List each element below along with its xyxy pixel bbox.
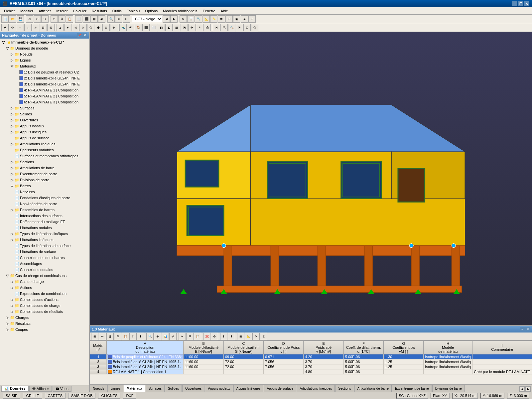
tree-nervures[interactable]: ▷ 📄 Nervures (1, 189, 88, 195)
toolbar2-btn-aa[interactable]: ⁂ (203, 24, 211, 31)
toolbar2-btn-j[interactable]: ◁ (72, 24, 79, 31)
tree-excentrement[interactable]: ▷ 📁 Excentrement de barre (1, 171, 88, 177)
toolbar-btn-a[interactable]: ⬜ (75, 15, 82, 23)
minimize-button[interactable]: − (512, 1, 517, 6)
cell-row4-b[interactable] (184, 369, 223, 374)
tree-donnees-modele[interactable]: ▽ 📁 Données de modèle (1, 45, 88, 51)
dt-btn11[interactable]: ⇌ (169, 333, 177, 340)
tree-surfaces[interactable]: ▷ 📁 Surfaces (1, 105, 88, 111)
tree-appuis-surface[interactable]: ▷ 📁 Appuis de surface (1, 135, 88, 141)
toolbar2-btn-bb[interactable]: ⚒ (213, 24, 220, 31)
toolbar2-btn-s[interactable]: ⬛ (142, 24, 150, 31)
cell-row4-f[interactable]: 5.00E-06 (343, 369, 383, 374)
status-saisie[interactable]: SAISIE (3, 393, 20, 399)
menu-aide[interactable]: Aide (218, 8, 231, 14)
resultats-expand-icon[interactable]: ▷ (5, 322, 9, 326)
toolbar2-btn-g[interactable]: ⊠ (47, 24, 55, 31)
div-barre-expand-icon[interactable]: ▷ (10, 178, 14, 182)
tree-solides[interactable]: ▷ 📁 Solides (1, 111, 88, 117)
tree-types-lib-lin[interactable]: ▷ 📁 Types de libérations linéiques (1, 231, 88, 237)
toolbar2-btn-y[interactable]: ✛ (188, 24, 196, 31)
viewport[interactable] (90, 32, 532, 325)
cell-row2-b[interactable]: 1160.00 (184, 359, 223, 364)
tree-appuis-nodaux[interactable]: ▷ 📁 Appuis nodaux (1, 123, 88, 129)
table-row-1[interactable]: 1 Bois de peuplier et résineux C24 | EN … (90, 354, 532, 359)
dt-btn4[interactable]: ⧉ (114, 333, 121, 340)
toolbar-new[interactable]: 📄 (1, 15, 9, 23)
tab-appuis-nodaux[interactable]: Appuis nodaux (205, 385, 233, 392)
toolbar2-btn-z[interactable]: ⌖ (196, 24, 203, 31)
close-button[interactable]: ✕ (524, 1, 529, 6)
toolbar2-btn-p[interactable]: 🔦 (119, 24, 127, 31)
dt-btn20[interactable]: 📐 (245, 333, 252, 340)
tree-expr-comb[interactable]: ▷ 📄 Expressions de combinaison (1, 291, 88, 297)
cell-row1-g[interactable]: 1.30 (384, 354, 424, 359)
cell-row3-h[interactable]: Isotrope linéairement élastiq (424, 364, 472, 369)
menu-afficher[interactable]: Afficher (36, 8, 54, 14)
toolbar-save[interactable]: 💾 (17, 15, 24, 23)
toolbar-btn-d[interactable]: ◉ (98, 15, 105, 23)
cell-row1-c[interactable]: 69.00 (223, 354, 263, 359)
menu-calculer[interactable]: Calculer (70, 8, 89, 14)
noeuds-expand-icon[interactable]: ▷ (10, 52, 14, 56)
tab-articulations-barre[interactable]: Articulations de barre (354, 385, 392, 392)
toolbar-btn-q[interactable]: ⊡ (248, 15, 256, 23)
tree-comb-resultats[interactable]: ▷ 📁 Combinaisons de résultats (1, 309, 88, 315)
ouvertures-expand-icon[interactable]: ▷ (10, 118, 14, 122)
status-cartes[interactable]: CARTES (45, 393, 66, 399)
tree-container[interactable]: ▽ 🖥 Immeuble-de-bureaux-en-CLT* ▽ 📁 Donn… (0, 39, 89, 385)
panel-close-icon[interactable]: ✕ (82, 33, 87, 38)
dt-btn3[interactable]: 🗑 (106, 333, 114, 340)
toolbar-btn-i[interactable]: 📊 (187, 15, 195, 23)
tab-ouvertures[interactable]: Ouvertures (182, 385, 204, 392)
panel-pin-icon[interactable]: 📌 (77, 33, 82, 38)
status-saisie-ob[interactable]: SAISIE D'OB (68, 393, 95, 399)
menu-modules[interactable]: Modules additionnels (160, 8, 200, 14)
tree-non-lin[interactable]: ▷ 📄 Non-linéarités de barre (1, 201, 88, 207)
tab-excentrement-barre[interactable]: Excentrement de barre (392, 385, 432, 392)
tree-types-lib-surf[interactable]: ▷ 📄 Types de libérations de surface (1, 243, 88, 249)
toolbar-btn-b[interactable]: ⬛ (83, 15, 90, 23)
tree-ensembles[interactable]: ▷ 📁 Ensembles de barres (1, 207, 88, 213)
toolbar2-btn-gg[interactable]: ⬡ (251, 24, 258, 31)
panel-tab-vues[interactable]: 🏔 Vues (53, 386, 71, 392)
toolbar2-btn-u[interactable]: ◧ (158, 24, 165, 31)
tree-charges[interactable]: ▷ 📁 Charges (1, 315, 88, 321)
cell-row4-e[interactable]: 4.80 (304, 369, 343, 374)
tree-artic-barre[interactable]: ▷ 📁 Articulations de barre (1, 165, 88, 171)
data-panel-close[interactable]: ✕ (525, 327, 530, 332)
appuis-lin-expand-icon[interactable]: ▷ (10, 130, 14, 134)
toolbar-btn-f[interactable]: ⊕ (115, 15, 122, 23)
dt-btn22[interactable]: Σ (260, 333, 267, 340)
panel-tab-donnees[interactable]: 📊 Données (1, 386, 29, 392)
menu-inserer[interactable]: Insérer (54, 8, 70, 14)
title-controls[interactable]: − ❐ ✕ (512, 1, 529, 6)
dt-btn13[interactable]: ⧉ (186, 333, 194, 340)
toolbar-btn-l[interactable]: 📏 (210, 15, 217, 23)
tree-lib-lin[interactable]: ▷ 📁 Libérations linéiques (1, 237, 88, 243)
actions-expand-icon[interactable]: ▷ (10, 286, 14, 290)
data-panel-min[interactable]: − (520, 327, 525, 332)
toolbar2-btn-ff[interactable]: ⌬ (243, 24, 251, 31)
tree-cas-charge-comb[interactable]: ▽ 📁 Cas de charge et combinaisons (1, 273, 88, 279)
toolbar2-btn-k[interactable]: ▷ (79, 24, 87, 31)
comb-res-expand-icon[interactable]: ▷ (10, 310, 14, 314)
comb-charge-expand-icon[interactable]: ▷ (10, 304, 14, 308)
restore-button[interactable]: ❐ (518, 1, 523, 6)
cc-expand-icon[interactable]: ▷ (10, 280, 14, 284)
types-lib-lin-expand-icon[interactable]: ▷ (10, 232, 14, 236)
cell-row2-e[interactable]: 3.70 (304, 359, 343, 364)
tree-lignes[interactable]: ▷ 📁 Lignes (1, 57, 88, 63)
tree-actions[interactable]: ▷ 📁 Actions (1, 285, 88, 291)
toolbar-prev[interactable]: ◀ (163, 15, 170, 23)
toolbar2-btn-v[interactable]: ⬕ (165, 24, 173, 31)
toolbar-paste[interactable]: 📋 (66, 15, 73, 23)
toolbar-next[interactable]: ▶ (170, 15, 178, 23)
toolbar2-btn-m[interactable]: ⬢ (95, 24, 102, 31)
status-dxf[interactable]: DXF (123, 393, 136, 399)
tree-lib-nodales[interactable]: ▷ 📄 Libérations nodales (1, 225, 88, 231)
appuis-nodaux-expand-icon[interactable]: ▷ (10, 124, 14, 128)
tree-divisions-barre[interactable]: ▷ 📁 Divisions de barre (1, 177, 88, 183)
dt-btn12[interactable]: ✂ (179, 333, 186, 340)
cell-row4-i[interactable]: Créé par le module RF-LAMINATE (472, 369, 532, 374)
